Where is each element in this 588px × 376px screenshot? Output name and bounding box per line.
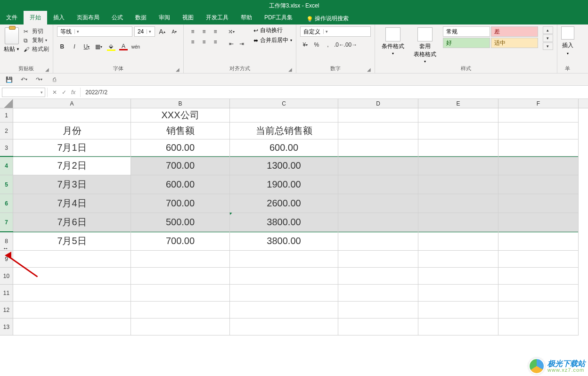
cell-E10[interactable] [418, 268, 498, 285]
cell-B3[interactable]: 600.00 [131, 139, 230, 156]
cell-E7[interactable] [418, 213, 498, 232]
increase-indent-button[interactable]: ⇥ [237, 39, 247, 49]
name-box[interactable]: ▾ [2, 88, 45, 97]
cell-E2[interactable] [418, 123, 498, 139]
cell-E5[interactable] [418, 175, 498, 194]
underline-button[interactable]: U ▾ [82, 41, 92, 52]
align-right-button[interactable]: ≡ [210, 37, 220, 47]
cell-B13[interactable] [131, 319, 230, 335]
enter-formula-icon[interactable]: ✓ [62, 89, 66, 96]
cell-C4[interactable]: 1300.00 [230, 156, 338, 175]
cell-C9[interactable] [230, 251, 338, 268]
increase-decimal-button[interactable]: .0← [334, 40, 344, 50]
number-format-dropdown[interactable]: 自定义▾ [300, 26, 371, 37]
fill-color-button[interactable]: ⬙ [106, 41, 116, 52]
percent-button[interactable]: % [311, 40, 322, 50]
row-header-6[interactable]: 6 [0, 194, 13, 213]
cell-D3[interactable] [338, 139, 418, 156]
cell-E1[interactable] [418, 108, 498, 123]
cell-B11[interactable] [131, 285, 230, 302]
cell-A7[interactable]: 7月6日 [13, 213, 131, 232]
cell-B4[interactable]: 700.00 [131, 156, 230, 175]
cell-F4[interactable] [498, 156, 579, 175]
menu-插入[interactable]: 插入 [47, 11, 71, 25]
menu-视图[interactable]: 视图 [176, 11, 200, 25]
cell-F10[interactable] [498, 268, 579, 285]
row-header-2[interactable]: 2 [0, 123, 13, 139]
decrease-decimal-button[interactable]: .00→ [345, 40, 356, 50]
cell-C1[interactable] [230, 108, 338, 123]
cell-D2[interactable] [338, 123, 418, 139]
cell-A2[interactable]: 月份 [13, 123, 131, 139]
align-left-button[interactable]: ≡ [188, 37, 198, 47]
cell-E11[interactable] [418, 285, 498, 302]
border-button[interactable]: ▦▾ [94, 41, 104, 52]
style-good[interactable]: 好 [443, 38, 490, 48]
format-painter-button[interactable]: 🖌格式刷 [24, 45, 49, 53]
paste-button[interactable]: 粘贴▼ [4, 45, 20, 53]
cell-F5[interactable] [498, 175, 579, 194]
menu-开发工具[interactable]: 开发工具 [200, 11, 235, 25]
wrap-text-button[interactable]: ↩自动换行 [253, 26, 292, 34]
row-header-11[interactable]: 11 [0, 285, 13, 302]
cell-F6[interactable] [498, 194, 579, 213]
cell-D8[interactable] [338, 232, 418, 251]
cell-A8[interactable]: 7月5日 [13, 232, 131, 251]
accounting-format-button[interactable]: ¥▾ [300, 40, 310, 50]
clipboard-launcher-icon[interactable]: ◢ [45, 67, 49, 72]
cell-C3[interactable]: 600.00 [230, 139, 338, 156]
number-launcher-icon[interactable]: ◢ [367, 67, 371, 72]
cell-F8[interactable] [498, 232, 579, 251]
menu-页面布局[interactable]: 页面布局 [71, 11, 106, 25]
cell-F13[interactable] [498, 319, 579, 335]
merge-center-button[interactable]: ⬌合并后居中▾ [253, 36, 292, 44]
phonetic-button[interactable]: wén [131, 41, 141, 52]
row-header-13[interactable]: 13 [0, 319, 13, 335]
tell-me-search[interactable]: 💡操作说明搜索 [303, 13, 351, 25]
cell-B12[interactable] [131, 302, 230, 319]
insert-button[interactable]: 插入▾ [561, 26, 574, 56]
cell-D5[interactable] [338, 175, 418, 194]
copy-button[interactable]: ⧉复制▾ [24, 36, 49, 44]
align-center-button[interactable]: ≡ [199, 37, 209, 47]
col-header-A[interactable]: A [13, 99, 131, 108]
row-header-4[interactable]: 4 [0, 156, 13, 175]
menu-PDF工具集[interactable]: PDF工具集 [258, 11, 299, 25]
cell-D1[interactable] [338, 108, 418, 123]
menu-文件[interactable]: 文件 [0, 11, 24, 25]
row-header-7[interactable]: 7 [0, 213, 13, 232]
styles-scroll-up-icon[interactable]: ▴ [543, 26, 553, 34]
decrease-indent-button[interactable]: ⇤ [226, 39, 237, 49]
align-bottom-button[interactable]: ≡ [210, 26, 220, 37]
menu-帮助[interactable]: 帮助 [235, 11, 258, 25]
cell-E9[interactable] [418, 251, 498, 268]
font-launcher-icon[interactable]: ◢ [176, 67, 180, 72]
cell-E13[interactable] [418, 319, 498, 335]
orientation-button[interactable]: ⤭▾ [226, 26, 237, 37]
comma-style-button[interactable]: , [323, 40, 333, 50]
font-size-dropdown[interactable]: 24▾ [134, 26, 155, 37]
styles-scroll-down-icon[interactable]: ▾ [543, 34, 553, 42]
styles-more-icon[interactable]: ▾ [543, 42, 553, 50]
cell-C8[interactable]: 3800.00 [230, 232, 338, 251]
cell-F2[interactable] [498, 123, 579, 139]
cell-D13[interactable] [338, 319, 418, 335]
row-header-12[interactable]: 12 [0, 302, 13, 319]
cell-D4[interactable] [338, 156, 418, 175]
cell-F9[interactable] [498, 251, 579, 268]
cell-B1[interactable]: XXX公司 [131, 108, 230, 123]
cell-F11[interactable] [498, 285, 579, 302]
cell-B6[interactable]: 700.00 [131, 194, 230, 213]
align-top-button[interactable]: ≡ [188, 26, 198, 37]
cell-D11[interactable] [338, 285, 418, 302]
row-header-1[interactable]: 1 [0, 108, 13, 123]
col-header-D[interactable]: D [338, 99, 418, 108]
cell-A4[interactable]: 7月2日 [13, 156, 131, 175]
col-header-B[interactable]: B [131, 99, 230, 108]
select-all-corner[interactable] [0, 99, 13, 108]
bold-button[interactable]: B [57, 41, 67, 52]
cell-E4[interactable] [418, 156, 498, 175]
cell-A6[interactable]: 7月4日 [13, 194, 131, 213]
cell-C12[interactable] [230, 302, 338, 319]
cell-E3[interactable] [418, 139, 498, 156]
